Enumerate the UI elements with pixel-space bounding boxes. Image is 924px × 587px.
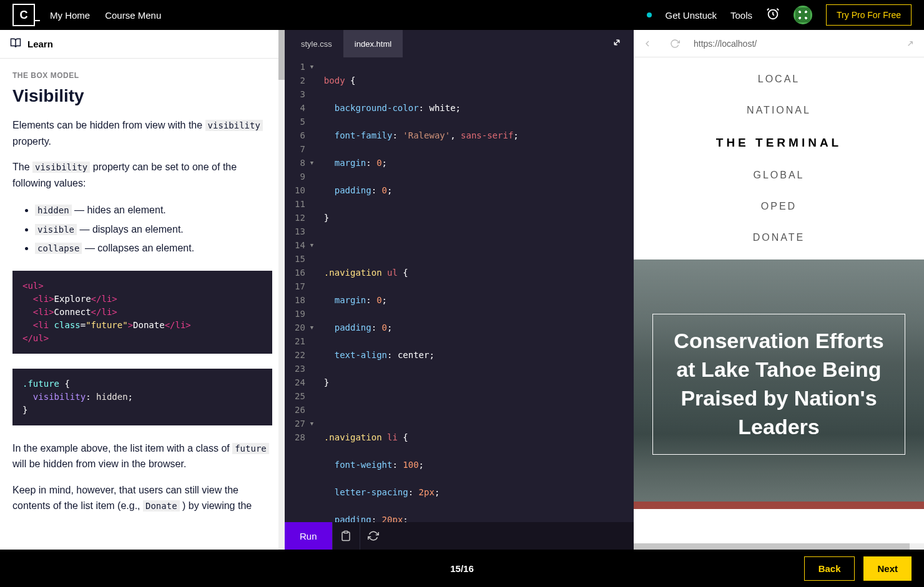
preview-scrollbar-thumb[interactable] [634,543,910,550]
lesson-title: Visibility [12,86,272,106]
text: The [12,162,32,172]
code-content[interactable]: body { background-color: white; font-fam… [319,57,634,522]
bullet-list: hidden — hides an element. visible — dis… [12,201,272,258]
progress-indicator: 15/16 [450,563,474,574]
footer-bar: 15/16 Back Next [0,550,924,587]
alarm-clock-icon[interactable] [766,7,780,23]
lesson-paragraph: Elements can be hidden from view with th… [12,117,272,149]
footer-actions: Back Next [804,556,912,581]
lesson-paragraph: Keep in mind, however, that users can st… [12,482,272,514]
preview-banner: Conservation Efforts at Lake Tahoe Being… [634,260,924,509]
text: ) by viewing the [180,500,252,511]
text: Elements can be hidden from view with th… [12,120,205,130]
preview-nav-item: LOCAL [634,64,924,95]
scrollbar[interactable] [278,30,285,550]
preview-nav-logo: THE TERMINAL [634,126,924,160]
refresh-icon[interactable] [360,522,387,550]
inline-code: visible [35,224,77,235]
lesson-paragraph: In the example above, the list item with… [12,440,272,472]
inline-code: visibility [32,162,90,173]
reload-icon[interactable] [661,30,689,57]
book-icon [10,37,21,51]
editor-tabs: style.css index.html [285,30,634,57]
preview-viewport[interactable]: LOCAL NATIONAL THE TERMINAL GLOBAL OPED … [634,57,924,550]
svg-rect-1 [344,531,348,533]
clipboard-icon[interactable] [332,522,360,550]
status-dot-icon [647,12,652,17]
inline-code: hidden [35,205,72,216]
preview-nav-item: OPED [634,191,924,222]
main-area: Learn THE BOX MODEL Visibility Elements … [0,30,924,550]
topbar-left: C My Home Course Menu [12,4,161,26]
preview-scrollbar[interactable] [634,543,924,550]
code-editor[interactable]: 1234567891011121314151617181920212223242… [285,57,634,522]
text: — displays an element. [77,224,184,235]
back-arrow-icon[interactable] [634,30,661,57]
fold-column: ▼▼▼▼▼ [310,57,319,522]
editor-panel: style.css index.html 1234567891011121314… [285,30,634,550]
list-item: collapse — collapses an element. [35,239,272,258]
nav-tools[interactable]: Tools [730,10,752,21]
nav-get-unstuck[interactable]: Get Unstuck [666,10,717,21]
try-pro-button[interactable]: Try Pro For Free [826,4,912,26]
topbar-right: Get Unstuck Tools Try Pro For Free [647,4,912,26]
inline-code: collapse [35,243,82,254]
user-avatar[interactable] [794,6,812,24]
preview-nav: LOCAL NATIONAL THE TERMINAL GLOBAL OPED … [634,57,924,260]
inline-code: future [232,443,269,454]
url-input[interactable] [689,39,897,49]
lesson-content: THE BOX MODEL Visibility Elements can be… [0,59,285,550]
text: In the example above, the list item with… [12,443,232,454]
tab-style-css[interactable]: style.css [290,30,343,57]
next-button[interactable]: Next [863,556,912,581]
list-item: hidden — hides an element. [35,201,272,220]
lesson-panel: Learn THE BOX MODEL Visibility Elements … [0,30,285,550]
preview-headline: Conservation Efforts at Lake Tahoe Being… [652,314,905,455]
back-button[interactable]: Back [804,556,855,581]
line-numbers: 1234567891011121314151617181920212223242… [285,57,310,522]
inline-code: visibility [205,120,263,131]
expand-icon[interactable] [605,37,629,51]
expand-preview-icon[interactable] [897,30,924,57]
scrollbar-thumb[interactable] [278,30,285,80]
text: — collapses an element. [82,243,194,253]
text: — hides an element. [72,205,166,215]
list-item: visible — displays an element. [35,220,272,239]
preview-nav-item: GLOBAL [634,160,924,191]
preview-nav-item: NATIONAL [634,95,924,126]
code-example-html: <ul> <li>Explore</li> <li>Connect</li> <… [12,271,272,354]
lesson-header-label: Learn [27,39,53,49]
preview-toolbar [634,30,924,57]
lesson-header: Learn [0,30,285,59]
text: will be hidden from view in the browser. [12,458,186,469]
codecademy-logo[interactable]: C [12,4,35,26]
top-navigation: C My Home Course Menu Get Unstuck Tools … [0,0,924,30]
code-example-css: .future { visibility: hidden; } [12,369,272,425]
preview-panel: LOCAL NATIONAL THE TERMINAL GLOBAL OPED … [634,30,924,550]
text: property. [12,136,51,147]
nav-course-menu[interactable]: Course Menu [105,10,161,21]
nav-my-home[interactable]: My Home [50,10,90,21]
run-button[interactable]: Run [285,522,332,550]
editor-toolbar: Run [285,522,634,550]
tab-index-html[interactable]: index.html [343,30,403,57]
inline-code: Donate [143,500,180,512]
lesson-eyebrow: THE BOX MODEL [12,71,272,80]
preview-nav-item: DONATE [634,222,924,253]
lesson-paragraph: The visibility property can be set to on… [12,159,272,191]
